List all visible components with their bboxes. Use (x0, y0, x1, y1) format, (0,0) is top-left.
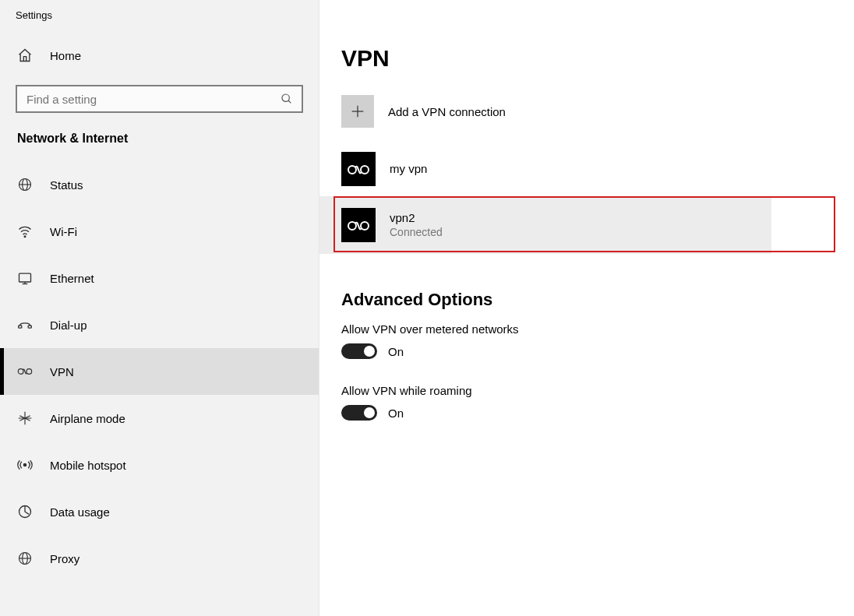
ethernet-icon (17, 270, 33, 286)
vpn-connection-icon (341, 152, 376, 186)
toggle-label: Allow VPN over metered networks (341, 322, 854, 336)
vpn-connection-item[interactable]: my vpn (319, 146, 854, 192)
data-icon (17, 504, 33, 519)
toggle-switch-metered[interactable] (341, 343, 377, 359)
sidebar-item-wifi[interactable]: Wi-Fi (0, 208, 319, 255)
sidebar-item-label: Wi-Fi (50, 225, 77, 238)
wifi-icon (17, 224, 33, 239)
add-vpn-button[interactable]: Add a VPN connection (319, 95, 854, 146)
sidebar-item-proxy[interactable]: Proxy (0, 535, 319, 582)
svg-line-1 (288, 100, 291, 103)
sidebar-item-label: Proxy (50, 552, 79, 565)
search-icon (280, 92, 294, 106)
svg-point-13 (23, 463, 26, 466)
sidebar-item-ethernet[interactable]: Ethernet (0, 255, 319, 301)
nav-list: Status Wi-Fi Ethernet (0, 161, 319, 582)
sidebar: Settings Home Network & Internet (0, 0, 319, 616)
category-header: Network & Internet (0, 132, 319, 161)
sidebar-item-status[interactable]: Status (0, 161, 319, 208)
sidebar-item-dialup[interactable]: Dial-up (0, 301, 319, 348)
svg-point-5 (24, 236, 26, 238)
sidebar-item-hotspot[interactable]: Mobile hotspot (0, 442, 319, 488)
toggle-label: Allow VPN while roaming (341, 384, 854, 397)
home-icon (17, 48, 33, 63)
sidebar-item-label: Status (50, 178, 83, 192)
sidebar-item-label: Data usage (50, 505, 110, 519)
sidebar-item-label: Mobile hotspot (50, 459, 126, 472)
search-box[interactable] (16, 85, 303, 113)
toggle-roaming: Allow VPN while roaming On (319, 384, 854, 445)
svg-rect-10 (28, 326, 31, 328)
vpn-connection-name: vpn2 (390, 211, 443, 226)
airplane-icon (17, 410, 33, 426)
dialup-icon (17, 317, 33, 333)
window-title: Settings (0, 9, 319, 37)
vpn-connection-item-selected[interactable]: vpn2 Connected (319, 196, 771, 254)
sidebar-item-label: Dial-up (50, 319, 87, 332)
page-title: VPN (319, 45, 854, 95)
svg-rect-9 (19, 326, 22, 328)
toggle-state: On (388, 407, 404, 420)
search-input[interactable] (25, 92, 280, 107)
plus-icon (341, 95, 374, 128)
proxy-icon (17, 551, 33, 566)
sidebar-item-airplane[interactable]: Airplane mode (0, 395, 319, 442)
sidebar-item-data[interactable]: Data usage (0, 488, 319, 535)
add-vpn-label: Add a VPN connection (388, 105, 506, 118)
vpn-icon (17, 364, 33, 379)
toggle-metered: Allow VPN over metered networks On (319, 322, 854, 384)
sidebar-item-label: Airplane mode (50, 412, 125, 425)
toggle-switch-roaming[interactable] (341, 405, 377, 421)
vpn-connection-name: my vpn (390, 162, 427, 177)
vpn-connection-status: Connected (390, 226, 443, 240)
main-panel: VPN Add a VPN connection my vpn (319, 0, 854, 616)
svg-rect-6 (19, 273, 31, 282)
hotspot-icon (17, 457, 33, 473)
vpn-connection-icon (341, 208, 376, 242)
sidebar-item-vpn[interactable]: VPN (0, 348, 319, 395)
sidebar-item-label: Ethernet (50, 272, 94, 285)
svg-point-0 (282, 94, 289, 101)
advanced-options-heading: Advanced Options (319, 254, 854, 322)
home-label: Home (50, 49, 81, 62)
home-nav[interactable]: Home (0, 37, 319, 74)
sidebar-item-label: VPN (50, 365, 74, 378)
toggle-state: On (388, 345, 404, 358)
status-icon (17, 177, 33, 192)
